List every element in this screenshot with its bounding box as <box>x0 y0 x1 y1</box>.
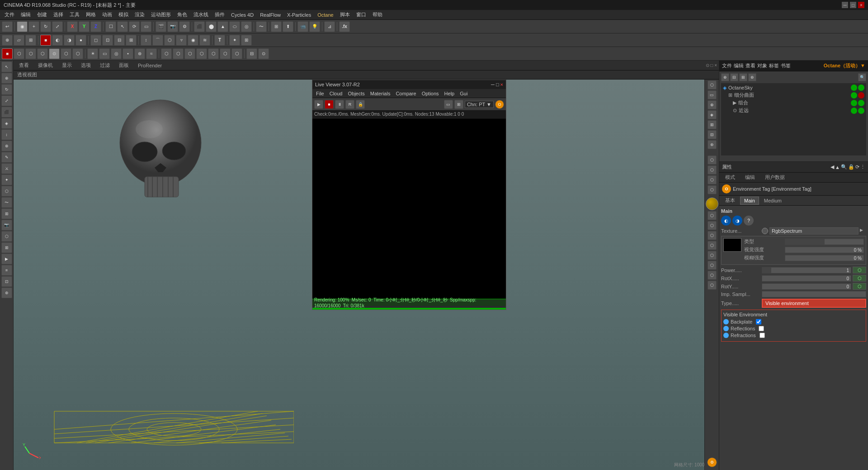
menu-realflow[interactable]: RealFlow <box>257 11 283 19</box>
vpr-icon-12[interactable]: ⬡ <box>708 211 717 220</box>
spline-btn[interactable]: 〜 <box>256 21 267 32</box>
lv-tb-stop[interactable]: ■ <box>325 100 334 109</box>
trace-btn[interactable]: ⬡ <box>231 48 242 59</box>
vis-icon-1[interactable] <box>851 85 857 91</box>
lv-menu-file[interactable]: File <box>314 90 326 97</box>
bend-btn[interactable]: ⌒ <box>152 35 163 46</box>
menu-octane[interactable]: Octane <box>315 11 336 19</box>
lv-tb-region[interactable]: ▭ <box>444 100 453 109</box>
tree-search-btn[interactable]: 🔍 <box>858 73 866 81</box>
vis-icon-6[interactable] <box>858 100 864 106</box>
lv-menu-materials[interactable]: Materials <box>368 90 392 97</box>
lv-menu-help[interactable]: Help <box>443 90 457 97</box>
octane-settings-btn[interactable]: ⚙ <box>707 457 717 467</box>
rph-obj[interactable]: 对象 <box>757 62 767 69</box>
vpr-icon-6[interactable]: ⊟ <box>708 130 717 139</box>
imp-sample-slider[interactable] <box>762 291 866 297</box>
tree-btn-1[interactable]: ⊕ <box>721 73 729 81</box>
sun-btn[interactable]: ☀ <box>87 48 98 59</box>
vis-icon-2[interactable] <box>858 85 864 91</box>
xref-btn[interactable]: ✦ <box>229 35 240 46</box>
lv-tb-region2[interactable]: ⊞ <box>454 100 463 109</box>
mat-editor-btn[interactable]: ◐ <box>52 35 63 46</box>
lv-tb-octane[interactable]: O <box>495 100 504 109</box>
rotx-anim-btn[interactable]: ⬡ <box>853 275 866 282</box>
vp-tab-display[interactable]: 显示 <box>58 61 75 70</box>
attr-icon-help[interactable]: ? <box>744 216 754 226</box>
attr-mode-tab[interactable]: 模式 <box>721 173 739 182</box>
vis-icon-8[interactable] <box>858 108 864 114</box>
sky-btn[interactable]: ◎ <box>111 48 122 59</box>
attr-tab-basic[interactable]: 基本 <box>721 196 739 205</box>
work-plane-btn[interactable]: ▱ <box>14 35 24 46</box>
type-dropdown[interactable]: Visible environment <box>762 299 866 308</box>
extrude-btn[interactable]: ⬆ <box>283 21 293 32</box>
attr-more-btn[interactable]: ⋮ <box>860 164 865 170</box>
lt-scene[interactable]: ⬡ <box>1 231 12 242</box>
vpr-icon-4[interactable]: ◈ <box>708 110 717 119</box>
lt-grid[interactable]: ⊞ <box>1 242 12 253</box>
vpr-icon-14[interactable]: ⬡ <box>708 231 717 240</box>
vpr-icon-7[interactable]: ⊛ <box>708 140 717 149</box>
mirror-btn[interactable]: ⬡ <box>25 48 36 59</box>
env-btn[interactable]: ⊛ <box>134 48 145 59</box>
tree-btn-3[interactable]: ⊞ <box>739 73 747 81</box>
boole-btn[interactable]: ⊟ <box>246 48 257 59</box>
normal-btn[interactable]: ⬡ <box>61 48 71 59</box>
power-slider[interactable]: 1 <box>762 267 851 273</box>
vp-tab-filter[interactable]: 过滤 <box>96 61 113 70</box>
vp-tab-panel[interactable]: 面板 <box>115 61 132 70</box>
menu-tools[interactable]: 工具 <box>67 10 82 19</box>
vpr-icon-1[interactable]: ⬡ <box>708 80 717 89</box>
lt-move[interactable]: ⊕ <box>1 73 12 84</box>
phong-btn[interactable]: ⬡ <box>72 48 83 59</box>
fx-btn[interactable]: .fx <box>339 21 350 32</box>
color-black-swatch[interactable] <box>723 238 741 252</box>
texture-type-value[interactable]: RgbSpectrum <box>769 227 859 235</box>
lt-anim[interactable]: ▶ <box>1 254 12 264</box>
menu-char[interactable]: 角色 <box>175 10 190 19</box>
lt-camera[interactable]: 📷 <box>1 220 12 230</box>
vpr-icon-16[interactable]: ⬡ <box>708 251 717 260</box>
y-axis-btn[interactable]: Y <box>79 21 90 32</box>
loop-sel-btn[interactable]: ⟳ <box>129 21 140 32</box>
rotx-slider[interactable]: 0 <box>762 275 851 282</box>
lt-pointer[interactable]: ↖ <box>1 61 12 72</box>
attr-refresh-btn[interactable]: ⟳ <box>855 164 859 170</box>
lv-minimize[interactable]: ─ <box>491 82 495 87</box>
shear-btn[interactable]: ⬡ <box>164 35 175 46</box>
power-anim-btn[interactable]: ⬡ <box>853 267 866 273</box>
vpr-icon-10[interactable]: ⬡ <box>708 175 717 184</box>
tree-item-subdiv[interactable]: ⊞ 细分曲面 <box>722 91 865 99</box>
vpr-icon-3[interactable]: ⊕ <box>708 100 717 109</box>
menu-edit[interactable]: 编辑 <box>18 10 33 19</box>
lv-maximize[interactable]: □ <box>496 82 499 87</box>
color-type-slider[interactable] <box>785 239 864 245</box>
atom-btn[interactable]: ⊙ <box>258 48 269 59</box>
z-axis-btn[interactable]: Z <box>90 21 101 32</box>
lv-tb-record[interactable]: R <box>345 100 354 109</box>
render-active-btn[interactable]: ■ <box>40 35 51 46</box>
tree-item-octanesky[interactable]: ◈ OctaneSky <box>722 84 865 91</box>
attr-search-btn[interactable]: 🔍 <box>841 164 847 170</box>
color-brightness-slider[interactable]: 0 % <box>785 247 864 253</box>
rph-view[interactable]: 查看 <box>745 62 755 69</box>
rect-sel-btn[interactable]: ▭ <box>141 21 151 32</box>
rotate-tool-btn[interactable]: ↻ <box>40 21 51 32</box>
snap-btn[interactable]: ⊕ <box>2 35 13 46</box>
lt-hair[interactable]: ≡ <box>1 265 12 276</box>
lt-paint[interactable]: ✦ <box>1 174 12 185</box>
lv-menu-options[interactable]: Options <box>420 90 441 97</box>
menu-select[interactable]: 选择 <box>51 10 66 19</box>
vis-icon-4[interactable] <box>858 92 864 99</box>
lv-channel-select[interactable]: Chn: PT ▼ <box>465 101 494 108</box>
menu-plugins[interactable]: 插件 <box>212 10 227 19</box>
link-btn[interactable]: ⊞ <box>126 35 137 46</box>
mat-oval-btn[interactable]: ◑ <box>64 35 75 46</box>
lt-scale[interactable]: ⤢ <box>1 95 12 106</box>
render-on-btn[interactable]: ■ <box>2 48 13 59</box>
vp-tab-prorender[interactable]: ProRender <box>134 62 165 69</box>
text-btn[interactable]: T <box>214 35 225 46</box>
live-viewer-window[interactable]: Live Viewer 3.07-R2 ─ □ × File Cloud Obj… <box>312 80 506 310</box>
lt-obj[interactable]: ⬛ <box>1 107 12 118</box>
